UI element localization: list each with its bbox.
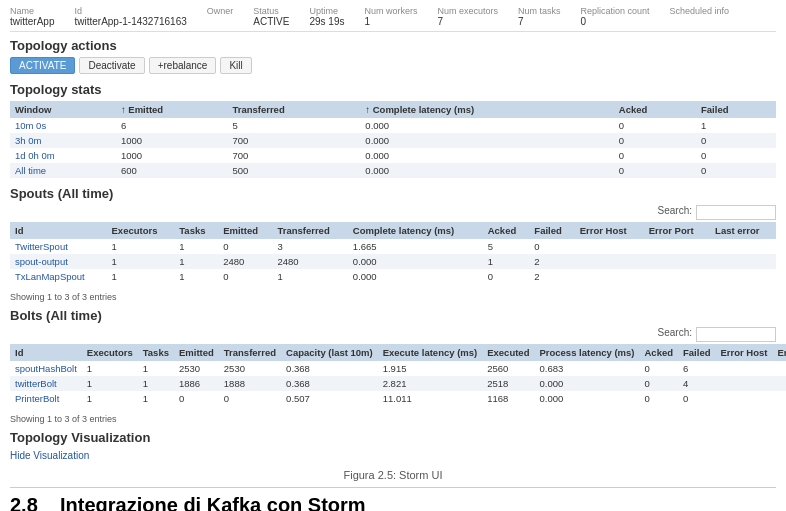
stats-cell-window: 1d 0h 0m <box>10 148 116 163</box>
bolt-cell-id: twitterBolt <box>10 376 82 391</box>
spout-col-emitted: Emitted <box>218 222 272 239</box>
bolt-row: PrinterBolt 1 1 0 0 0.507 11.011 1168 0.… <box>10 391 786 406</box>
bolt-cell-acked: 0 <box>640 361 679 376</box>
info-id: Id twitterApp-1-1432716163 <box>74 6 186 27</box>
stats-col-emitted: ↑ Emitted <box>116 101 227 118</box>
info-name: Name twitterApp <box>10 6 54 27</box>
bolt-col-tasks: Tasks <box>138 344 174 361</box>
spout-cell-lasterr <box>710 254 776 269</box>
spout-cell-lasterr <box>710 269 776 284</box>
bolt-cell-emitted: 2530 <box>174 361 219 376</box>
rebalance-button[interactable]: +rebalance <box>149 57 217 74</box>
stats-cell-emitted: 6 <box>116 118 227 133</box>
spout-cell-failed: 2 <box>529 269 574 284</box>
spout-cell-acked: 0 <box>483 269 530 284</box>
spouts-search-row: Search: <box>10 205 776 220</box>
bolt-col-proc-latency: Process latency (ms) <box>534 344 639 361</box>
spout-col-id: Id <box>10 222 107 239</box>
bolt-cell-errport <box>772 391 786 406</box>
stats-cell-transferred: 5 <box>227 118 360 133</box>
spout-cell-id: spout-output <box>10 254 107 269</box>
bolt-cell-id: spoutHashBolt <box>10 361 82 376</box>
spout-cell-emitted: 0 <box>218 269 272 284</box>
bolt-cell-executors: 1 <box>82 361 138 376</box>
spout-col-errport: Error Port <box>644 222 710 239</box>
topology-viz-link-wrapper: Hide Visualization <box>10 449 776 461</box>
bolts-search-input[interactable] <box>696 327 776 342</box>
spout-cell-acked: 5 <box>483 239 530 254</box>
stats-col-latency: ↑ Complete latency (ms) <box>360 101 613 118</box>
spout-cell-executors: 1 <box>107 239 175 254</box>
spout-col-latency: Complete latency (ms) <box>348 222 483 239</box>
spouts-search-input[interactable] <box>696 205 776 220</box>
spouts-table-container: Id Executors Tasks Emitted Transferred C… <box>10 222 776 284</box>
stats-cell-latency: 0.000 <box>360 163 613 178</box>
bolt-cell-failed: 4 <box>678 376 715 391</box>
spout-cell-errport <box>644 269 710 284</box>
bolt-cell-exec-latency: 11.011 <box>378 391 483 406</box>
stats-cell-window: All time <box>10 163 116 178</box>
bolt-cell-id: PrinterBolt <box>10 391 82 406</box>
bolt-cell-proc-latency: 0.000 <box>534 391 639 406</box>
stats-cell-failed: 0 <box>696 148 776 163</box>
spout-row: TxLanMapSpout 1 1 0 1 0.000 0 2 <box>10 269 776 284</box>
stats-row: 10m 0s 6 5 0.000 0 1 <box>10 118 776 133</box>
stats-cell-transferred: 700 <box>227 148 360 163</box>
bolt-cell-emitted: 0 <box>174 391 219 406</box>
info-replication: Replication count 0 <box>581 6 650 27</box>
bolt-cell-executed: 2560 <box>482 361 534 376</box>
info-uptime: Uptime 29s 19s <box>309 6 344 27</box>
bolts-search-row: Search: <box>10 327 776 342</box>
bolt-cell-acked: 0 <box>640 376 679 391</box>
hide-visualization-link[interactable]: Hide Visualization <box>10 450 89 461</box>
kill-button[interactable]: Kill <box>220 57 251 74</box>
stats-cell-transferred: 700 <box>227 133 360 148</box>
stats-cell-acked: 0 <box>614 163 696 178</box>
spout-cell-failed: 0 <box>529 239 574 254</box>
topology-actions-title: Topology actions <box>10 38 776 53</box>
stats-cell-transferred: 500 <box>227 163 360 178</box>
bolt-cell-tasks: 1 <box>138 361 174 376</box>
spout-cell-executors: 1 <box>107 269 175 284</box>
bolt-col-executors: Executors <box>82 344 138 361</box>
info-num-tasks: Num tasks 7 <box>518 6 561 27</box>
bolts-search-label: Search: <box>658 327 692 342</box>
stats-cell-failed: 0 <box>696 163 776 178</box>
spout-cell-transferred: 3 <box>272 239 347 254</box>
chapter-heading: 2.8 Integrazione di Kafka con Storm <box>10 487 776 511</box>
spout-cell-latency: 0.000 <box>348 269 483 284</box>
stats-cell-latency: 0.000 <box>360 148 613 163</box>
bolt-cell-capacity: 0.368 <box>281 361 378 376</box>
bolt-cell-executed: 2518 <box>482 376 534 391</box>
spout-col-errhost: Error Host <box>575 222 644 239</box>
bolt-cell-errhost <box>715 391 772 406</box>
bolt-cell-errport <box>772 361 786 376</box>
spout-col-executors: Executors <box>107 222 175 239</box>
spout-cell-latency: 1.665 <box>348 239 483 254</box>
spout-cell-acked: 1 <box>483 254 530 269</box>
bolt-cell-executors: 1 <box>82 391 138 406</box>
bolt-cell-transferred: 1888 <box>219 376 281 391</box>
spout-row: TwitterSpout 1 1 0 3 1.665 5 0 <box>10 239 776 254</box>
bolt-cell-transferred: 0 <box>219 391 281 406</box>
activate-button[interactable]: ACTIVATE <box>10 57 75 74</box>
stats-cell-acked: 0 <box>614 118 696 133</box>
spout-col-tasks: Tasks <box>174 222 218 239</box>
stats-cell-emitted: 1000 <box>116 133 227 148</box>
bolt-cell-capacity: 0.368 <box>281 376 378 391</box>
bolt-cell-executors: 1 <box>82 376 138 391</box>
info-scheduled: Scheduled info <box>670 6 730 27</box>
bolt-cell-exec-latency: 2.821 <box>378 376 483 391</box>
spout-cell-transferred: 1 <box>272 269 347 284</box>
spout-cell-errhost <box>575 254 644 269</box>
bolt-cell-capacity: 0.507 <box>281 391 378 406</box>
stats-row: All time 600 500 0.000 0 0 <box>10 163 776 178</box>
bolt-cell-tasks: 1 <box>138 376 174 391</box>
figure-caption: Figura 2.5: Storm UI <box>10 469 776 481</box>
deactivate-button[interactable]: Deactivate <box>79 57 144 74</box>
spout-cell-failed: 2 <box>529 254 574 269</box>
stats-cell-acked: 0 <box>614 148 696 163</box>
spout-cell-latency: 0.000 <box>348 254 483 269</box>
bolt-col-failed: Failed <box>678 344 715 361</box>
stats-col-window: Window <box>10 101 116 118</box>
